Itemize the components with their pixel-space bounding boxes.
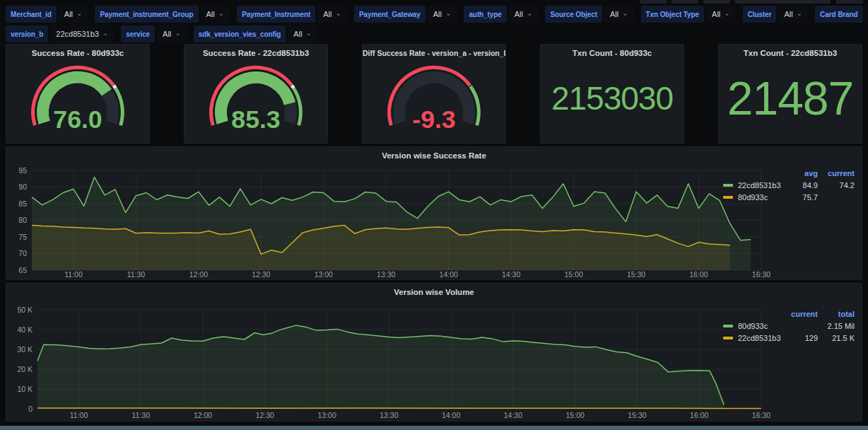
filter-value-dropdown[interactable]: 22cd8531b3⌄ — [50, 25, 114, 42]
gauge-value: -9.3 — [412, 105, 455, 134]
legend-series-name[interactable]: 80d933c — [723, 322, 787, 330]
legend-value: 2.15 Mil — [818, 322, 855, 330]
x-axis-tick-label: 15:30 — [627, 270, 645, 279]
filter-label[interactable]: Payment_Gateway — [354, 6, 426, 23]
filter-value-text: All — [433, 10, 442, 18]
legend-series-label: 22cd8531b3 — [738, 334, 781, 342]
legend-item: 22cd8531b384.974.2 — [723, 179, 855, 191]
legend-column-header[interactable]: total — [818, 310, 855, 318]
filter-label[interactable]: version_b — [6, 25, 48, 42]
toolbar-button-partial[interactable] — [836, 0, 863, 4]
filter-bar: Merchant_idAll⌄Payment_instrument_GroupA… — [6, 6, 865, 42]
x-axis-tick-label: 16:00 — [689, 270, 708, 279]
x-axis-tick-label: 12:00 — [194, 411, 212, 419]
x-axis-tick-label: 12:00 — [189, 270, 208, 279]
filter-sdk_version_vies_config: sdk_version_vies_configAll⌄ — [194, 25, 317, 42]
legend-swatch-icon — [723, 184, 733, 187]
toolbar-button-partial[interactable] — [671, 0, 698, 4]
filter-value-text: All — [784, 10, 792, 18]
legend-column-header[interactable]: avg — [787, 169, 818, 178]
y-axis-tick-label: 0 — [28, 405, 33, 413]
panel-title[interactable]: Txn Count - 80d933c — [541, 45, 684, 57]
filter-txn object type: Txn Object TypeAll⌄ — [641, 6, 736, 23]
legend: avgcurrent22cd8531b384.974.280d933c75.7 — [723, 167, 855, 203]
filter-value-dropdown[interactable]: All⌄ — [59, 6, 88, 23]
chevron-down-icon: ⌄ — [218, 10, 224, 17]
legend-series-name[interactable]: 80d933c — [723, 193, 787, 202]
y-axis-tick-label: 70 — [18, 249, 27, 257]
gauge: -9.3 — [363, 59, 505, 136]
filter-auth_type: auth_typeAll⌄ — [464, 6, 538, 23]
toolbar-button-partial[interactable] — [640, 0, 667, 4]
legend: currenttotal80d933c2.15 Mil22cd8531b3129… — [723, 308, 855, 344]
filter-value-dropdown[interactable]: All⌄ — [288, 25, 317, 42]
filter-value-dropdown[interactable]: All⌄ — [201, 6, 230, 23]
legend-column-header[interactable]: current — [787, 310, 818, 318]
toolbar-button-partial[interactable] — [703, 0, 730, 4]
x-axis-tick-label: 16:30 — [752, 270, 770, 279]
panel-version-wise-volume: Version wise Volume 11:0011:3012:0012:30… — [6, 283, 862, 422]
filter-value-text: All — [515, 10, 523, 18]
panel-title[interactable]: Success Rate - 80d933c — [6, 45, 149, 57]
filter-payment_instrument_group: Payment_instrument_GroupAll⌄ — [95, 6, 230, 23]
filter-label[interactable]: Merchant_id — [6, 6, 57, 23]
filter-label[interactable]: Cluster — [743, 6, 777, 23]
panel-title[interactable]: Success Rate - 22cd8531b3 — [184, 45, 327, 57]
legend-header: currenttotal — [723, 308, 855, 320]
x-axis-tick-label: 16:00 — [690, 411, 708, 419]
filter-value-text: All — [712, 10, 720, 18]
filter-label[interactable]: Card Brand — [815, 6, 862, 23]
legend-swatch-icon — [723, 325, 733, 327]
legend-series-name[interactable]: 22cd8531b3 — [723, 334, 787, 342]
filter-value-dropdown[interactable]: All⌄ — [317, 6, 347, 23]
filter-value-dropdown[interactable]: All⌄ — [778, 6, 808, 23]
x-axis-tick-label: 13:00 — [317, 411, 336, 419]
x-axis-tick-label: 15:30 — [628, 411, 646, 419]
next-row-panel-edge[interactable] — [0, 426, 868, 430]
chevron-down-icon: ⌄ — [102, 30, 108, 37]
filter-value-dropdown[interactable]: All⌄ — [604, 6, 634, 23]
filter-value-dropdown[interactable]: All⌄ — [706, 6, 736, 23]
filter-label[interactable]: Txn Object Type — [641, 6, 705, 23]
x-axis-tick-label: 11:30 — [127, 270, 146, 279]
legend-value: 84.9 — [787, 181, 818, 190]
gauge-arc: -9.3 — [363, 59, 505, 136]
time-series-plot[interactable]: 11:0011:3012:0012:3013:0013:3014:0014:30… — [6, 284, 862, 422]
filter-value-text: 22cd8531b3 — [56, 30, 99, 38]
y-axis-tick-label: 20 K — [17, 365, 33, 373]
filter-value-dropdown[interactable]: All⌄ — [865, 6, 868, 23]
y-axis-tick-label: 85 — [18, 199, 27, 208]
legend-header: avgcurrent — [723, 167, 855, 179]
panel-title[interactable]: Diff Success Rate - version_a - version_… — [363, 45, 505, 57]
y-axis-tick-label: 40 K — [17, 325, 33, 334]
stat-value: 21487 — [719, 66, 862, 130]
x-axis-tick-label: 13:30 — [377, 270, 395, 279]
filter-value-dropdown[interactable]: All⌄ — [509, 6, 539, 23]
chevron-down-icon: ⌄ — [445, 10, 451, 17]
gauge: 85.3 — [184, 59, 327, 136]
filter-label[interactable]: Payment_instrument_Group — [95, 6, 198, 23]
filter-label[interactable]: auth_type — [464, 6, 506, 23]
x-axis-tick-label: 14:00 — [442, 411, 460, 419]
legend-series-name[interactable]: 22cd8531b3 — [723, 181, 787, 190]
filter-merchant_id: Merchant_idAll⌄ — [6, 6, 88, 23]
y-axis-tick-label: 50 K — [17, 306, 33, 314]
legend-column-header[interactable]: current — [818, 169, 855, 178]
filter-payment_gateway: Payment_GatewayAll⌄ — [354, 6, 457, 23]
gauge-threshold-tick — [292, 86, 294, 88]
panel-title[interactable]: Txn Count - 22cd8531b3 — [719, 45, 862, 57]
filter-label[interactable]: Source Object — [545, 6, 602, 23]
panel-version-wise-success-rate: Version wise Success Rate 11:0011:3012:0… — [6, 146, 862, 280]
stat-value: 2153030 — [541, 66, 684, 130]
x-axis-tick-label: 14:00 — [440, 270, 458, 279]
filter-label[interactable]: Payment_Instrument — [237, 6, 315, 23]
filter-card brand: Card BrandAll⌄ — [815, 6, 868, 23]
series-area-22cd8531b3 — [32, 177, 751, 270]
legend-value: 129 — [787, 334, 818, 342]
toolbar-button-partial[interactable] — [735, 0, 831, 4]
filter-value-dropdown[interactable]: All⌄ — [157, 25, 187, 42]
legend-item: 22cd8531b312921.5 K — [723, 332, 855, 344]
filter-label[interactable]: sdk_version_vies_config — [194, 25, 286, 42]
filter-value-dropdown[interactable]: All⌄ — [428, 6, 457, 23]
filter-label[interactable]: service — [121, 25, 155, 42]
